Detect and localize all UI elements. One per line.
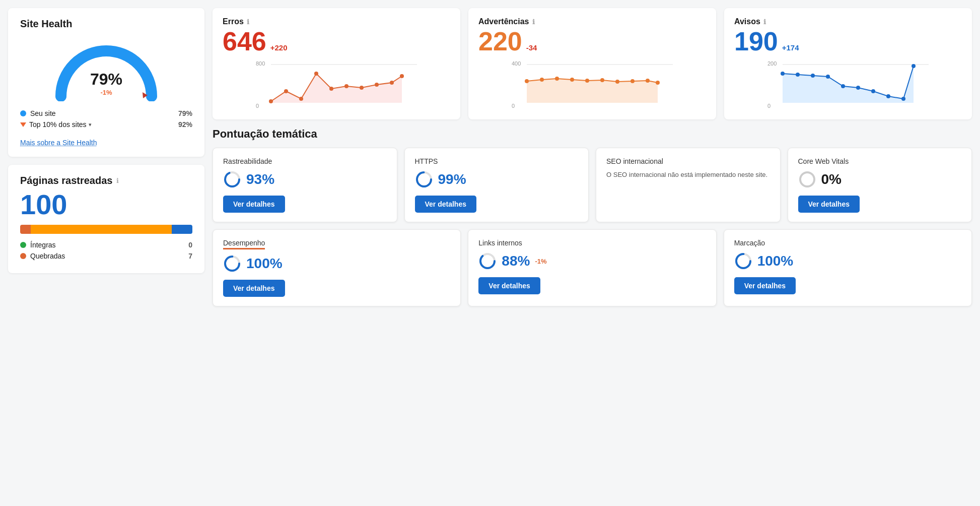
svg-point-10	[344, 84, 348, 88]
site-dot	[20, 110, 26, 116]
svg-point-7	[299, 97, 303, 101]
desempenho-ring	[223, 255, 241, 273]
links-internos-title: Links internos	[478, 239, 706, 247]
svg-point-34	[796, 73, 800, 77]
seo-int-title: SEO internacional	[606, 157, 770, 165]
avisos-value-row: 190 +174	[734, 28, 962, 54]
links-internos-card: Links internos 88% -1% Ver detalhes	[468, 229, 716, 306]
bar-track	[20, 225, 192, 234]
bar-red	[20, 225, 31, 234]
marcacao-btn[interactable]: Ver detalhes	[734, 277, 796, 294]
avisos-info-icon[interactable]: ℹ	[763, 18, 766, 26]
quebradas-dot	[20, 253, 26, 259]
desempenho-value-row: 100%	[223, 255, 450, 273]
legend-row-site: Seu site 79%	[20, 109, 192, 117]
core-web-vitals-percent: 0%	[821, 171, 842, 187]
svg-point-5	[269, 99, 273, 103]
top-triangle	[20, 122, 26, 127]
svg-point-28	[656, 81, 660, 85]
https-percent: 99%	[438, 171, 466, 187]
https-ring	[415, 170, 433, 188]
https-value-row: 99%	[415, 170, 579, 188]
links-internos-btn[interactable]: Ver detalhes	[478, 277, 540, 294]
rastreabilidade-btn[interactable]: Ver detalhes	[223, 196, 285, 213]
advertencias-info-icon[interactable]: ℹ	[532, 18, 535, 26]
svg-point-37	[841, 84, 845, 88]
seo-int-note: O SEO internacional não está implementad…	[606, 170, 770, 179]
advertencias-header: Advertências ℹ	[478, 17, 706, 26]
svg-point-39	[871, 89, 875, 93]
integras-dot	[20, 242, 26, 248]
links-internos-percent: 88%	[502, 253, 530, 269]
https-title: HTTPS	[415, 157, 579, 165]
desempenho-btn[interactable]: Ver detalhes	[223, 280, 285, 297]
svg-point-36	[826, 75, 830, 79]
desempenho-percent: 100%	[246, 256, 283, 272]
marcacao-title: Marcação	[734, 239, 961, 247]
erros-chart: 800 0	[223, 58, 450, 109]
svg-point-20	[540, 78, 544, 82]
svg-point-14	[400, 74, 404, 78]
bar-orange	[31, 225, 172, 234]
erros-info-icon[interactable]: ℹ	[247, 18, 249, 26]
erros-delta: +220	[270, 43, 288, 52]
legend-quebradas: Quebradas 7	[20, 252, 192, 260]
svg-point-19	[525, 79, 529, 83]
links-internos-value-row: 88% -1%	[478, 252, 706, 270]
erros-title: Erros	[223, 17, 244, 26]
avisos-header: Avisos ℹ	[734, 17, 962, 26]
avisos-value: 190	[734, 28, 778, 54]
desempenho-card: Desempenho 100% Ver detalhes	[213, 229, 461, 306]
svg-point-22	[570, 78, 574, 82]
rastreabilidade-card: Rastreabilidade 93% Ver detalhes	[213, 148, 397, 222]
avisos-delta: +174	[782, 43, 799, 52]
avisos-chart: 200 0	[734, 58, 962, 109]
gauge-center: 79% -1%	[90, 70, 122, 96]
legend-integras-label: Íntegras	[20, 241, 56, 249]
desempenho-title: Desempenho	[223, 239, 450, 249]
advertencias-value-row: 220 -34	[478, 28, 706, 54]
legend-quebradas-label: Quebradas	[20, 252, 65, 260]
score-top-grid: Rastreabilidade 93% Ver detalhes HTTPS	[213, 148, 972, 222]
erros-value-row: 646 +220	[223, 28, 450, 54]
quebradas-text: Quebradas	[30, 252, 65, 260]
svg-point-9	[329, 87, 333, 91]
svg-text:800: 800	[256, 60, 265, 67]
marcacao-ring	[734, 252, 752, 270]
chevron-down-icon[interactable]: ▾	[89, 121, 92, 128]
svg-text:0: 0	[512, 103, 515, 109]
marcacao-percent: 100%	[757, 253, 794, 269]
svg-point-25	[615, 80, 619, 84]
svg-point-6	[284, 89, 288, 93]
paginas-info-icon[interactable]: ℹ	[116, 177, 119, 184]
svg-point-42	[912, 64, 916, 68]
bar-blue	[172, 225, 192, 234]
rastreabilidade-percent: 93%	[246, 171, 274, 187]
legend-top-text: Top 10% dos sites	[29, 120, 87, 129]
paginas-title: Páginas rastreadas	[20, 175, 112, 186]
legend-label-site: Seu site	[20, 109, 56, 117]
erros-value: 646	[223, 28, 266, 54]
core-web-vitals-title: Core Web Vitals	[798, 157, 962, 165]
integras-text: Íntegras	[30, 241, 56, 249]
svg-text:0: 0	[256, 103, 259, 109]
seo-int-card: SEO internacional O SEO internacional nã…	[596, 148, 781, 222]
links-internos-delta: -1%	[535, 258, 546, 265]
marcacao-card: Marcação 100% Ver detalhes	[724, 229, 972, 306]
svg-point-21	[555, 77, 559, 81]
svg-point-33	[781, 72, 785, 76]
more-link[interactable]: Mais sobre a Site Health	[20, 139, 97, 147]
legend-integras: Íntegras 0	[20, 241, 192, 249]
avisos-title: Avisos	[734, 17, 760, 26]
core-web-vitals-btn[interactable]: Ver detalhes	[798, 196, 860, 213]
gauge-container: 79% -1%	[20, 36, 192, 101]
advertencias-value: 220	[478, 28, 522, 54]
svg-point-13	[390, 81, 394, 85]
legend-top-value: 92%	[178, 120, 192, 129]
site-health-card: Site Health 79% -1%	[8, 8, 204, 157]
links-internos-ring	[478, 252, 497, 270]
svg-text:200: 200	[767, 60, 777, 67]
https-btn[interactable]: Ver detalhes	[415, 196, 477, 213]
svg-point-27	[646, 79, 650, 83]
metrics-row: Erros ℹ 646 +220 800 0	[213, 8, 972, 119]
